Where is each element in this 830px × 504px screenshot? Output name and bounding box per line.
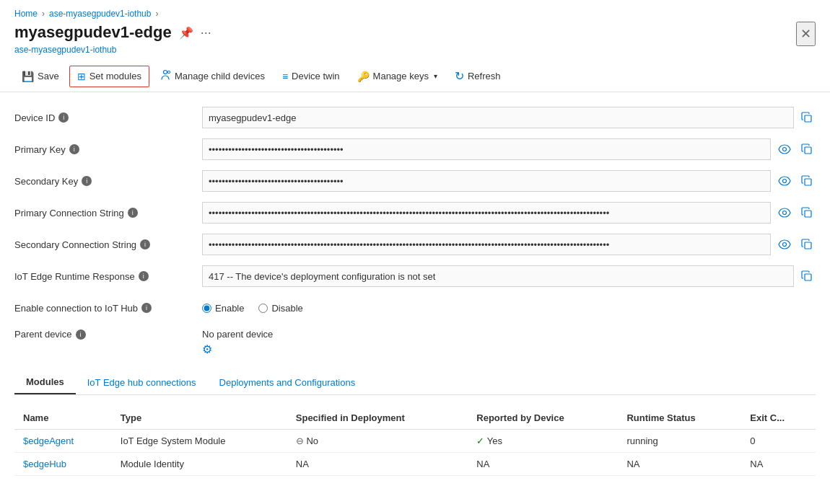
manage-keys-chevron: ▾ (434, 72, 437, 80)
modules-table-section: Name Type Specified in Deployment Report… (14, 407, 816, 476)
secondary-key-copy-button[interactable] (798, 174, 816, 188)
svg-rect-10 (805, 242, 811, 249)
edge-agent-type: IoT Edge System Module (112, 430, 287, 453)
col-specified: Specified in Deployment (287, 407, 468, 430)
primary-connection-string-copy-button[interactable] (798, 205, 816, 220)
primary-connection-string-label: Primary Connection String i (14, 208, 202, 218)
manage-keys-icon: 🔑 (357, 71, 370, 82)
table-body: $edgeAgent IoT Edge System Module ⊖ No ✓… (14, 430, 816, 476)
tab-modules[interactable]: Modules (14, 371, 76, 394)
device-id-label: Device ID i (14, 112, 202, 123)
parent-device-label: Parent device i (14, 329, 202, 340)
table-row: $edgeHub Module Identity NA NA NA NA (14, 453, 816, 476)
secondary-key-input[interactable] (202, 170, 771, 192)
device-id-input-wrapper (202, 107, 816, 128)
save-icon: 💾 (22, 71, 34, 82)
toolbar: 💾 Save ⊞ Set modules Manage child device… (14, 61, 816, 92)
parent-device-value-wrapper: No parent device ⚙ (202, 329, 273, 356)
disable-radio[interactable] (258, 304, 268, 313)
secondary-connection-string-label: Secondary Connection String i (14, 239, 202, 250)
iot-edge-runtime-copy-button[interactable] (798, 269, 816, 283)
svg-rect-8 (805, 211, 811, 217)
primary-key-copy-button[interactable] (798, 142, 816, 156)
primary-key-row: Primary Key i (14, 138, 816, 160)
primary-key-label: Primary Key i (14, 144, 202, 155)
secondary-connection-string-eye-button[interactable] (775, 238, 794, 251)
parent-device-row: Parent device i No parent device ⚙ (14, 329, 816, 356)
secondary-key-info-icon[interactable]: i (82, 176, 92, 186)
set-modules-button[interactable]: ⊞ Set modules (69, 66, 149, 87)
device-twin-icon: ≡ (282, 71, 288, 82)
svg-point-3 (783, 148, 787, 151)
breadcrumb-hub[interactable]: ase-myasegpudev1-iothub (49, 9, 151, 19)
tab-iot-edge-hub[interactable]: IoT Edge hub connections (76, 371, 208, 394)
edge-agent-runtime-status: running (618, 430, 741, 453)
primary-key-input[interactable] (202, 138, 771, 160)
manage-keys-button[interactable]: 🔑 Manage keys ▾ (350, 66, 445, 87)
edge-hub-link[interactable]: $edgeHub (23, 459, 66, 469)
iot-edge-runtime-input[interactable] (202, 265, 794, 287)
device-id-copy-button[interactable] (798, 110, 816, 125)
edge-agent-link[interactable]: $edgeAgent (23, 436, 74, 446)
breadcrumb-sep1: › (42, 9, 45, 19)
breadcrumb: Home › ase-myasegpudev1-iothub › (14, 9, 816, 19)
manage-child-button[interactable]: Manage child devices (152, 65, 272, 87)
enable-radio-label[interactable]: Enable (202, 303, 244, 314)
device-id-info-icon[interactable]: i (58, 112, 69, 123)
enable-connection-row: Enable connection to IoT Hub i Enable Di… (14, 297, 816, 319)
secondary-key-eye-button[interactable] (775, 174, 794, 187)
primary-key-info-icon[interactable]: i (69, 144, 79, 154)
breadcrumb-sep2: › (155, 9, 158, 19)
device-id-row: Device ID i (14, 107, 816, 128)
svg-point-1 (167, 71, 170, 74)
iot-edge-runtime-input-wrapper (202, 265, 816, 287)
device-id-input[interactable] (202, 107, 794, 128)
secondary-connection-string-row: Secondary Connection String i (14, 234, 816, 255)
primary-connection-string-info-icon[interactable]: i (128, 208, 138, 218)
enable-connection-label: Enable connection to IoT Hub i (14, 303, 202, 314)
svg-point-5 (783, 180, 787, 183)
col-exit-code: Exit C... (741, 407, 816, 430)
edge-hub-specified: NA (287, 453, 468, 476)
tab-deployments[interactable]: Deployments and Configurations (208, 371, 367, 394)
breadcrumb-home[interactable]: Home (14, 9, 38, 19)
close-button[interactable]: ✕ (796, 22, 816, 46)
secondary-key-input-wrapper (202, 170, 816, 192)
iot-edge-runtime-label: IoT Edge Runtime Response i (14, 271, 202, 282)
svg-point-0 (163, 71, 167, 74)
primary-connection-string-eye-button[interactable] (775, 206, 794, 219)
set-modules-icon: ⊞ (77, 71, 86, 82)
secondary-key-label: Secondary Key i (14, 176, 202, 187)
enable-connection-info-icon[interactable]: i (141, 303, 152, 313)
edge-agent-exit-code: 0 (741, 430, 816, 453)
refresh-button[interactable]: ↻ Refresh (447, 65, 508, 87)
svg-rect-2 (805, 115, 811, 122)
col-runtime-status: Runtime Status (618, 407, 741, 430)
iot-edge-runtime-row: IoT Edge Runtime Response i (14, 265, 816, 287)
device-twin-button[interactable]: ≡ Device twin (275, 66, 347, 87)
secondary-connection-string-input[interactable] (202, 234, 771, 255)
parent-device-info-icon[interactable]: i (76, 330, 86, 340)
enable-connection-radio-group: Enable Disable (202, 303, 303, 314)
secondary-connection-string-info-icon[interactable]: i (140, 239, 150, 249)
primary-key-eye-button[interactable] (775, 143, 794, 156)
header-bar: Home › ase-myasegpudev1-iothub › myasegp… (0, 0, 830, 92)
main-content: Device ID i Primary Key i (0, 92, 830, 490)
manage-child-icon (160, 69, 171, 83)
enable-radio[interactable] (202, 304, 211, 313)
page-subtitle: ase-myasegpudev1-iothub (14, 45, 816, 55)
secondary-connection-string-input-wrapper (202, 234, 816, 255)
col-reported: Reported by Device (468, 407, 618, 430)
edge-agent-reported: ✓ Yes (468, 430, 618, 453)
save-button[interactable]: 💾 Save (14, 66, 66, 87)
edge-agent-specified: ⊖ No (287, 430, 468, 453)
secondary-connection-string-copy-button[interactable] (798, 237, 816, 252)
more-icon[interactable]: ··· (201, 25, 211, 40)
check-icon: ✓ (476, 436, 484, 446)
pin-icon[interactable]: 📌 (179, 26, 193, 40)
gear-icon[interactable]: ⚙ (202, 343, 212, 355)
svg-rect-4 (805, 147, 811, 154)
iot-edge-runtime-info-icon[interactable]: i (139, 271, 149, 281)
disable-radio-label[interactable]: Disable (258, 303, 302, 314)
primary-connection-string-input[interactable] (202, 202, 771, 224)
